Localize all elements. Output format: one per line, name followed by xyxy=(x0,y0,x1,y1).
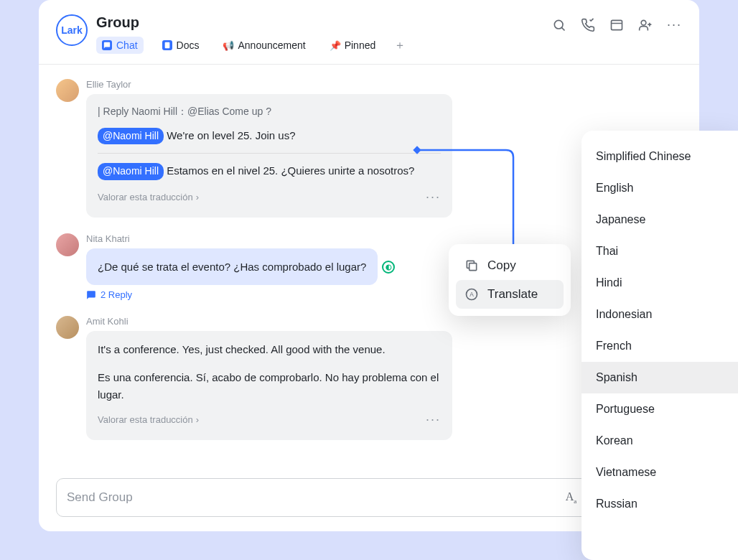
language-option[interactable]: French xyxy=(581,330,738,362)
tab-docs[interactable]: Docs xyxy=(157,37,205,54)
message-text: It's a conference. Yes, just checked. Al… xyxy=(98,341,441,358)
pin-icon: 📌 xyxy=(330,40,340,50)
svg-rect-0 xyxy=(164,42,169,48)
message-bubble[interactable]: It's a conference. Yes, just checked. Al… xyxy=(86,331,452,440)
sender-name: Ellie Taylor xyxy=(86,79,682,90)
message-bubble[interactable]: | Reply Naomi Hill：@Elias Come up ? @Nao… xyxy=(86,94,452,218)
avatar[interactable] xyxy=(56,79,79,102)
header-main: Group Chat Docs 📢 Announcement xyxy=(96,14,543,54)
context-menu: Copy A Translate xyxy=(449,244,571,316)
mention-pill[interactable]: @Naomi Hill xyxy=(98,128,164,145)
svg-line-2 xyxy=(561,27,564,30)
svg-rect-3 xyxy=(611,20,622,29)
message-text: ¿De qué se trata el evento? ¿Has comprob… xyxy=(98,261,366,273)
megaphone-icon: 📢 xyxy=(223,40,233,50)
language-option[interactable]: Russian xyxy=(581,488,738,520)
translate-icon: A xyxy=(464,287,479,302)
language-option[interactable]: Thai xyxy=(581,235,738,267)
tab-announcement[interactable]: 📢 Announcement xyxy=(218,37,311,54)
lark-logo: Lark xyxy=(56,14,88,46)
svg-point-5 xyxy=(641,20,646,25)
translation-divider xyxy=(98,153,441,154)
text-format-icon[interactable]: Aa xyxy=(566,490,577,505)
rate-label: Valorar esta traducción xyxy=(98,190,193,205)
chevron-right-icon: › xyxy=(196,413,199,427)
language-menu: Simplified ChineseEnglishJapaneseThaiHin… xyxy=(581,131,738,560)
call-icon[interactable] xyxy=(581,18,595,32)
message-text: Estamos en el nivel 25. ¿Quieres unirte … xyxy=(167,164,414,177)
svg-rect-16 xyxy=(470,263,477,271)
tab-label: Docs xyxy=(177,39,200,51)
svg-point-1 xyxy=(554,20,563,29)
chat-title: Group xyxy=(96,14,543,31)
tab-label: Pinned xyxy=(345,39,376,51)
language-option[interactable]: Simplified Chinese xyxy=(581,141,738,172)
language-option[interactable]: English xyxy=(581,172,738,204)
language-option[interactable]: Portuguese xyxy=(581,393,738,425)
tabs: Chat Docs 📢 Announcement 📌 Pinned ＋ xyxy=(96,37,543,54)
composer-placeholder: Send Group xyxy=(67,490,566,505)
message-bubble[interactable]: ¿De qué se trata el evento? ¿Has comprob… xyxy=(86,248,378,285)
add-member-icon[interactable] xyxy=(638,18,653,32)
reply-icon xyxy=(86,290,96,300)
search-icon[interactable] xyxy=(552,18,566,32)
chat-icon xyxy=(102,40,112,50)
more-icon[interactable]: ··· xyxy=(667,17,682,32)
tab-pinned[interactable]: 📌 Pinned xyxy=(324,37,382,54)
rate-row: Valorar esta traducción › ··· xyxy=(98,410,441,430)
message-line-translated: @Naomi Hill Estamos en el nivel 25. ¿Qui… xyxy=(98,162,441,180)
message-text: We're on level 25. Join us? xyxy=(167,129,295,141)
copy-icon xyxy=(464,258,479,273)
tab-chat[interactable]: Chat xyxy=(96,37,144,54)
mention-pill[interactable]: @Naomi Hill xyxy=(98,163,164,180)
sidebar-icon[interactable] xyxy=(609,18,624,32)
language-option[interactable]: Indonesian xyxy=(581,299,738,330)
reply-reference: | Reply Naomi Hill：@Elias Come up ? xyxy=(98,104,441,120)
header: Lark Group Chat Docs 📢 Ann xyxy=(39,0,699,54)
avatar[interactable] xyxy=(56,233,79,256)
add-tab-button[interactable]: ＋ xyxy=(394,38,406,53)
rate-label: Valorar esta traducción xyxy=(98,413,193,427)
context-item-label: Copy xyxy=(487,258,516,273)
translate-indicator-icon[interactable]: ◐ xyxy=(382,261,395,274)
context-copy[interactable]: Copy xyxy=(456,251,564,280)
rate-translation-link[interactable]: Valorar esta traducción › xyxy=(98,413,199,427)
message-more-icon[interactable]: ··· xyxy=(426,410,441,430)
language-option[interactable]: Japanese xyxy=(581,204,738,235)
language-option[interactable]: Hindi xyxy=(581,267,738,299)
docs-icon xyxy=(162,40,172,50)
message-more-icon[interactable]: ··· xyxy=(426,187,441,207)
chevron-right-icon: › xyxy=(196,190,199,205)
language-option[interactable]: Korean xyxy=(581,425,738,457)
rate-row: Valorar esta traducción › ··· xyxy=(98,187,441,207)
reply-count-text: 2 Reply xyxy=(101,289,132,300)
language-option[interactable]: Vietnamese xyxy=(581,457,738,488)
avatar[interactable] xyxy=(56,316,79,339)
rate-translation-link[interactable]: Valorar esta traducción › xyxy=(98,190,199,205)
message-line-original: @Naomi Hill We're on level 25. Join us? xyxy=(98,127,441,145)
context-item-label: Translate xyxy=(487,287,538,302)
svg-text:A: A xyxy=(470,291,474,298)
header-actions: ··· xyxy=(552,14,682,32)
message-text: Es una conferencia. Sí, acabo de comprob… xyxy=(98,369,441,403)
tab-label: Announcement xyxy=(238,39,305,51)
context-translate[interactable]: A Translate xyxy=(456,280,564,309)
tab-label: Chat xyxy=(116,39,138,51)
language-option[interactable]: Spanish xyxy=(581,362,738,393)
